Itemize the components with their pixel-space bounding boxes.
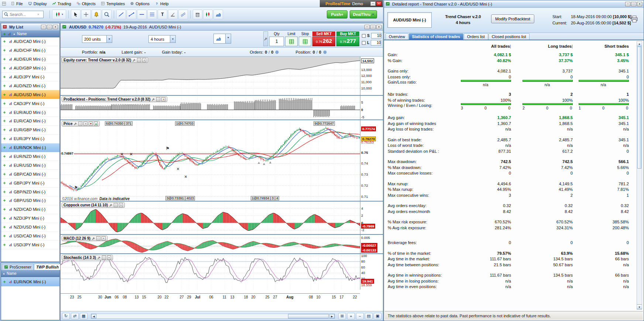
list-item-aud-chf[interactable]: AUD/CHF Mini (-): [1, 46, 59, 55]
zoom-tool-icon[interactable]: [102, 10, 112, 19]
open-chart-icon[interactable]: [7, 57, 14, 61]
open-chart-icon[interactable]: [7, 234, 14, 238]
close-button[interactable]: ×: [376, 1, 381, 6]
list-item-aud-gbp[interactable]: AUD/GBP Mini (-): [1, 64, 59, 73]
add-icon[interactable]: [1, 75, 7, 79]
watchlist-header[interactable]: ▲ Name: [1, 31, 59, 37]
add-icon[interactable]: [1, 48, 7, 52]
qty-input[interactable]: [269, 37, 284, 46]
add-icon[interactable]: [1, 93, 7, 97]
open-chart-icon[interactable]: [7, 280, 14, 284]
add-icon[interactable]: [1, 111, 7, 114]
panel-close-icon[interactable]: ×: [142, 58, 146, 62]
list-item-nzd-cad[interactable]: NZD/CAD Mini (-): [1, 205, 59, 214]
stoch-scale[interactable]: 1008060402019.94118.559: [360, 254, 383, 290]
panel-tag-positions[interactable]: ProBacktest - Positions: Trend Chaser v.…: [62, 97, 167, 102]
modify-probacktest-button[interactable]: Modify ProBacktest: [491, 14, 534, 23]
tab-twp-bullish[interactable]: TWP Bullish: [34, 264, 61, 270]
list-item-gbp-nzd[interactable]: GBP/NZD Mini (-): [1, 187, 59, 196]
segment-tool-icon[interactable]: [127, 10, 136, 19]
close-button[interactable]: ×: [53, 25, 58, 29]
menu-trading[interactable]: Trading: [49, 0, 74, 7]
wrench-icon[interactable]: [92, 237, 95, 240]
menu-display[interactable]: Display: [25, 0, 49, 7]
list-item-eur-nok[interactable]: EUR/NOK Mini (-): [1, 143, 59, 152]
scroll-up-icon[interactable]: ▲: [637, 41, 642, 46]
list-item-eur-cad[interactable]: EUR/CAD Mini (-): [1, 117, 59, 126]
panel-minimize-icon[interactable]: □: [96, 236, 100, 240]
wrench-icon[interactable]: [109, 203, 113, 207]
panel-minimize-icon[interactable]: □: [137, 58, 141, 62]
timeframe-dropdown[interactable]: 4 hours ▼: [148, 35, 176, 43]
menu-file[interactable]: File: [8, 0, 25, 7]
buy-arrow-icon[interactable]: ▲: [94, 122, 98, 126]
order-settings-tab[interactable]: [263, 31, 268, 46]
add-icon[interactable]: [1, 199, 7, 202]
list-item-aud-eur[interactable]: AUD/EUR Mini (-): [1, 55, 59, 64]
maximize-button[interactable]: □: [631, 2, 636, 6]
scrollbar-thumb[interactable]: [637, 47, 641, 169]
panel-minimize-icon[interactable]: □: [78, 122, 82, 126]
open-chart-icon[interactable]: [7, 181, 14, 185]
dealthru-button[interactable]: DealThru ▾: [350, 10, 377, 18]
scroll-right-icon[interactable]: ▶: [329, 314, 335, 318]
menu-options[interactable]: Options: [127, 0, 152, 7]
wrench-icon[interactable]: [151, 98, 155, 101]
menu-help[interactable]: ?Help: [152, 0, 171, 7]
add-icon[interactable]: [1, 190, 7, 194]
panel-close-icon[interactable]: ×: [83, 122, 88, 126]
maximize-button[interactable]: □: [370, 25, 376, 29]
add-icon[interactable]: [1, 128, 7, 132]
panel-close-icon[interactable]: ×: [107, 256, 111, 260]
add-icon[interactable]: [1, 225, 7, 229]
list-item-aud-nzd[interactable]: AUD/NZD Mini (-): [1, 81, 59, 90]
open-chart-icon[interactable]: [7, 119, 14, 123]
scrollbar-thumb[interactable]: [288, 314, 329, 318]
macd-plot[interactable]: MACD (12 26 9)□×: [61, 235, 360, 254]
list-item-eur-aud[interactable]: EUR/AUD Mini (-): [1, 108, 59, 117]
list-item-usd-jpy[interactable]: USD/JPY Mini (-): [1, 240, 59, 249]
calendar-icon[interactable]: ▤: [365, 313, 373, 320]
list-item-usd-cad[interactable]: USD/CAD Mini (-): [1, 232, 59, 241]
trendline-tool-icon[interactable]: [116, 10, 126, 19]
add-icon[interactable]: [1, 102, 7, 105]
orders-settings-icon[interactable]: [275, 50, 279, 54]
add-icon[interactable]: [1, 40, 7, 43]
list-item-nzd-jpy[interactable]: NZD/JPY Mini (-): [1, 214, 59, 223]
zoom-in-icon[interactable]: +: [347, 313, 355, 320]
minimize-button[interactable]: ─: [370, 1, 376, 6]
panel-close-icon[interactable]: ×: [161, 97, 165, 101]
panel-minimize-icon[interactable]: □: [102, 256, 106, 260]
close-button[interactable]: ×: [637, 2, 642, 6]
positions-scale[interactable]: 50-5: [360, 96, 383, 119]
list-item-gbp-jpy[interactable]: GBP/JPY Mini (-): [1, 179, 59, 187]
units-dropdown[interactable]: 200 units ▼: [82, 35, 112, 43]
open-chart-icon[interactable]: [7, 146, 14, 149]
stop-checkbox[interactable]: [362, 34, 366, 38]
add-icon[interactable]: [1, 163, 7, 167]
screener-header[interactable]: ▲ Name: [1, 270, 59, 277]
list-item-nzd-usd[interactable]: NZD/USD Mini (-): [1, 223, 59, 232]
open-chart-icon[interactable]: [7, 190, 14, 194]
time-axis[interactable]: 232530Jun0608131520222729Jul061113182025…: [61, 293, 360, 301]
sell-market-button[interactable]: 0.76 262: [312, 37, 335, 46]
list-item-eur-gbp[interactable]: EUR/GBP Mini (-): [1, 126, 59, 135]
buy-market-button[interactable]: 0.76 277: [336, 37, 359, 46]
list-item-eur-jpy[interactable]: EUR/JPY Mini (-): [1, 135, 59, 143]
add-panel-icon[interactable]: ⊞: [338, 313, 346, 320]
price-plot[interactable]: Price□×▼▲6@0.74350 | 3711@0.747039@0.772…: [61, 120, 360, 202]
open-chart-icon[interactable]: [7, 84, 14, 88]
price-scale[interactable]: 0.771740.762700.761530.750.740.730.720.7…: [360, 120, 383, 201]
open-chart-icon[interactable]: [7, 66, 14, 70]
tab-closed-positions-list[interactable]: Closed positions list: [489, 33, 530, 40]
panel-tag-stoch[interactable]: Stochastic (14 3 3)□×: [62, 255, 113, 260]
list-item-aud-usd[interactable]: AUD/USD Mini (-): [1, 90, 59, 99]
panel-minimize-icon[interactable]: □: [114, 203, 118, 207]
angle-tool-icon[interactable]: [168, 10, 178, 19]
minimize-button[interactable]: ─: [364, 25, 370, 29]
minimize-button[interactable]: ─: [625, 2, 630, 6]
name-column-header[interactable]: Name: [7, 271, 17, 276]
equity-scale[interactable]: 14,50213,00012,00011,00010,000: [360, 57, 383, 95]
open-chart-icon[interactable]: [7, 48, 14, 52]
positions-plot[interactable]: ProBacktest - Positions: Trend Chaser v.…: [61, 96, 360, 120]
